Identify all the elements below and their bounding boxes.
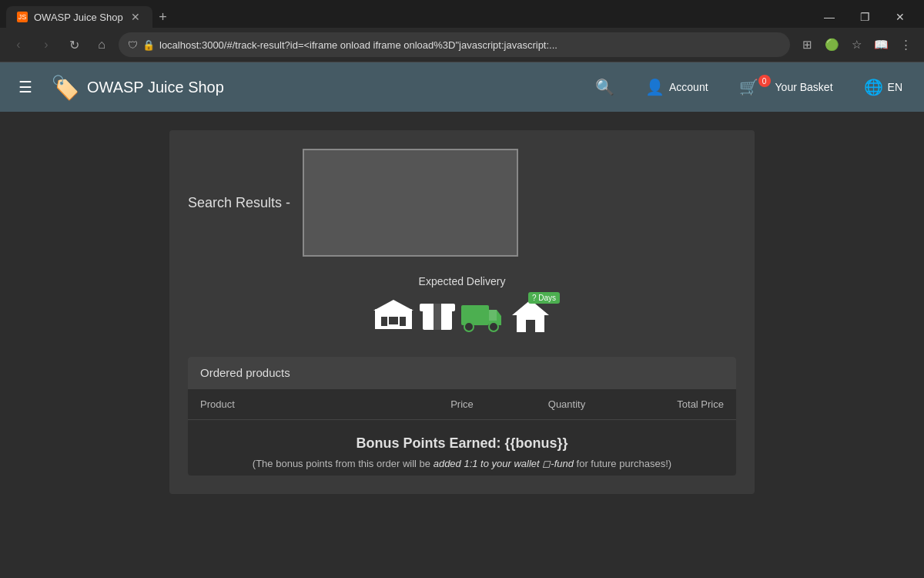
account-icon: 👤 [645,78,665,96]
tab-bar: JS OWASP Juice Shop ✕ + — ❐ ✕ [0,0,924,28]
refresh-button[interactable]: ↻ [63,34,85,55]
column-quantity: Quantity [514,398,619,410]
svg-rect-12 [489,310,497,321]
tab-title: OWASP Juice Shop [34,12,123,23]
column-total-price: Total Price [619,398,724,410]
svg-marker-4 [373,300,413,311]
language-label: EN [888,81,902,93]
hamburger-icon: ☰ [18,78,32,96]
main-content: Search Results - Expected Delivery [0,112,924,578]
extensions-icon[interactable]: 🟢 [821,34,842,55]
maximize-button[interactable]: ❐ [847,3,882,31]
translate-icon[interactable]: ⊞ [796,34,818,55]
hamburger-menu-button[interactable]: ☰ [12,72,38,102]
bonus-section: Bonus Points Earned: {{bonus}} (The bonu… [188,420,736,476]
address-bar-row: ‹ › ↻ ⌂ 🛡 🔒 localhost:3000/#/track-resul… [0,28,924,62]
shield-icon: 🛡 [128,39,138,51]
search-icon: 🔍 [595,78,614,96]
svg-rect-8 [434,304,441,330]
column-price: Price [410,398,514,410]
window-controls: — ❐ ✕ [812,3,918,31]
basket-label: Your Basket [775,81,833,93]
minimize-button[interactable]: — [812,3,847,31]
delivery-section: Expected Delivery [188,275,736,338]
language-icon: 🌐 [864,78,883,96]
search-results-area: Search Results - [188,149,736,257]
bonus-desc-em: added 1:1 to your wallet ◻-fund [434,458,574,469]
delivery-label: Expected Delivery [188,275,736,287]
language-button[interactable]: 🌐 EN [855,73,912,101]
close-button[interactable]: ✕ [882,3,918,31]
logo-icon: 🏷️ [51,74,79,101]
app-header: ☰ 🏷️ OWASP Juice Shop 🔍 👤 Account 🛒 0 Yo… [0,62,924,112]
app-logo: 🏷️ OWASP Juice Shop [51,74,224,101]
bonus-desc-prefix: (The bonus points from this order will b… [253,458,434,469]
new-tab-button[interactable]: + [152,6,174,28]
search-button[interactable]: 🔍 [586,73,624,101]
tab-close-button[interactable]: ✕ [129,11,142,23]
warehouse-icon [373,297,413,338]
iframe-placeholder [303,149,518,257]
search-results-label: Search Results - [188,195,290,211]
active-tab[interactable]: JS OWASP Juice Shop ✕ [6,6,152,28]
app-title: OWASP Juice Shop [87,79,224,96]
star-icon[interactable]: ☆ [845,34,867,55]
basket-button[interactable]: 🛒 0 Your Basket [730,73,842,101]
address-bar[interactable]: 🛡 🔒 localhost:3000/#/track-result?id=<if… [119,32,790,57]
account-label: Account [669,81,708,93]
svg-rect-14 [526,320,535,332]
svg-rect-3 [389,317,398,324]
basket-icon: 🛒 [739,78,758,96]
account-button[interactable]: 👤 Account [636,73,718,101]
delivery-icons: ? Days [188,297,736,338]
basket-badge: 0 [758,75,771,87]
ordered-products-header: Ordered products [188,357,736,389]
truck-icon [461,299,504,336]
toolbar-icons: ⊞ 🟢 ☆ 📖 ⋮ [796,34,916,55]
bonus-desc-suffix: for future purchases!) [577,458,672,469]
products-table-header: Product Price Quantity Total Price [188,389,736,420]
house-with-badge: ? Days [511,298,551,337]
home-button[interactable]: ⌂ [91,34,112,55]
bookmark-icon[interactable]: 📖 [870,34,892,55]
browser-chrome: JS OWASP Juice Shop ✕ + — ❐ ✕ ‹ › ↻ ⌂ 🛡 … [0,0,924,62]
svg-point-10 [464,322,474,331]
column-product: Product [200,398,410,410]
bonus-description: (The bonus points from this order will b… [200,458,724,469]
svg-rect-5 [375,326,412,329]
package-icon [420,299,455,336]
back-button[interactable]: ‹ [8,34,29,55]
forward-button[interactable]: › [35,34,57,55]
svg-rect-9 [461,305,489,325]
svg-point-11 [489,322,498,331]
ordered-products-title: Ordered products [200,366,290,379]
tab-favicon: JS [17,12,28,22]
days-badge: ? Days [528,292,560,304]
url-text: localhost:3000/#/track-result?id=<iframe… [159,39,781,51]
lock-icon: 🔒 [142,39,155,51]
bonus-title: Bonus Points Earned: {{bonus}} [200,435,724,452]
track-card: Search Results - Expected Delivery [169,130,755,494]
menu-icon[interactable]: ⋮ [895,34,916,55]
ordered-products-section: Ordered products Product Price Quantity … [188,357,736,476]
